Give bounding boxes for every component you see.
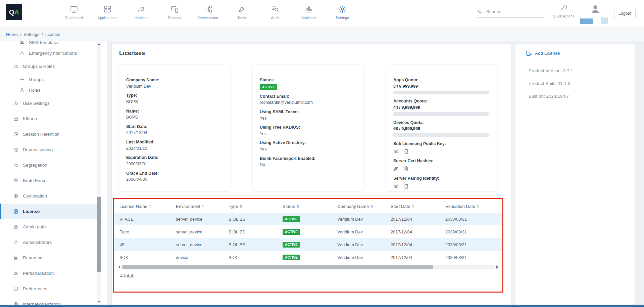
breadcrumb-home[interactable]: Home (6, 32, 18, 37)
annotation-highlight-licenses-table: License Name⇅ Environment⇅ Type⇅ Status⇅… (113, 198, 503, 293)
sidebar-item-internationalization[interactable]: Internationalization (0, 296, 97, 305)
user-avatar[interactable] (590, 3, 601, 15)
breadcrumb-settings[interactable]: Settings (23, 32, 39, 37)
nav-item-devices[interactable]: Devices (158, 3, 191, 20)
table-row-face[interactable]: Face server, device BIOLIBS ACTIVE Verid… (114, 225, 502, 238)
nav-item-statistics[interactable]: Statistics (292, 3, 326, 20)
scrollbar-track[interactable] (121, 265, 495, 269)
sidebar-item-sms-templates[interactable]: SMS templates (0, 41, 97, 48)
eye-off-icon[interactable] (393, 166, 399, 172)
column-header-expiration-date[interactable]: Expiration Date⇅ (445, 204, 502, 209)
sidebar-item-deprovisioning[interactable]: Deprovisioning (0, 142, 97, 157)
breadcrumb: Home / Settings / License (0, 28, 644, 41)
sidebar-item-personalisation[interactable]: Personalisation (0, 265, 97, 281)
globe-icon (13, 193, 18, 199)
cell-environment: server, device (176, 229, 229, 234)
top-navigation-bar: QA Dashboard Applications Identities Dev… (0, 0, 644, 28)
nav-item-audit[interactable]: Audit (258, 3, 292, 20)
sidebar-item-groups-roles[interactable]: Groups & Roles (0, 58, 97, 74)
sidebar-item-geolocation[interactable]: Geolocation (0, 188, 97, 204)
sidebar-item-license[interactable]: License (0, 204, 97, 219)
sidebar-item-segregation[interactable]: Segregation (0, 157, 97, 173)
sidebar-item-reporting[interactable]: Reporting (0, 250, 97, 265)
field-value: BOPS (126, 99, 222, 105)
sidebar-item-brute-force[interactable]: Brute Force (0, 173, 97, 188)
logout-button[interactable]: Logout (614, 9, 636, 18)
table-row-sdk[interactable]: SDK device SDK ACTIVE Veridium Dev 2017/… (114, 251, 502, 264)
cell-company-name: Veridium Dev (337, 217, 391, 222)
sidebar-item-preferences[interactable]: Preferences (0, 281, 97, 296)
scroll-up-arrow-icon[interactable] (98, 43, 100, 45)
sidebar-item-roles[interactable]: Roles (0, 85, 97, 95)
nav-item-identities[interactable]: Identities (124, 3, 158, 20)
license-summary-cards: Company Name:Veridium Dev Type:BOPS Name… (119, 65, 497, 191)
clipboard-icon[interactable] (403, 183, 409, 189)
cell-type: BIOLIBS (229, 242, 283, 247)
table-row-4f[interactable]: 4F server, device BIOLIBS ACTIVE Veridiu… (114, 238, 502, 251)
bar-chart-icon (305, 5, 313, 13)
column-header-license-name[interactable]: License Name⇅ (119, 204, 176, 209)
flow-icon (204, 5, 212, 13)
scroll-down-arrow-icon[interactable] (98, 301, 100, 303)
nav-item-label: Devices (168, 16, 181, 20)
cell-expiration-date: 2030/03/31 (445, 229, 502, 234)
field-value: Veridium Dev (126, 84, 222, 89)
license-actions-panel: Add License Product Version: 3.7.1 Produ… (515, 44, 635, 305)
eye-off-icon[interactable] (393, 148, 399, 154)
search-input[interactable] (486, 9, 538, 14)
column-header-status[interactable]: Status⇅ (283, 204, 337, 209)
cell-license-name: SDK (119, 255, 176, 260)
column-header-start-date[interactable]: Start Date⇅ (391, 204, 445, 209)
logo-letter-q: Q (9, 8, 14, 16)
scroll-left-arrow-icon[interactable] (118, 265, 120, 269)
sidebar-item-emergency-notifications[interactable]: Emergency notifications (0, 48, 97, 58)
sidebar-item-groups[interactable]: Groups (0, 74, 97, 85)
sliders-icon (13, 271, 18, 276)
sidebar-item-label: License (23, 209, 40, 214)
table-row-vface[interactable]: VFACE server, device BIOLIBS ACTIVE Veri… (114, 213, 502, 225)
field-label: Grace End Date: (126, 171, 222, 176)
cell-environment: device (176, 255, 229, 260)
cell-type: BIOLIBS (229, 229, 283, 234)
sidebar-item-kibana[interactable]: Kibana (0, 111, 97, 126)
column-header-type[interactable]: Type⇅ (229, 204, 283, 209)
nav-item-settings[interactable]: Settings (326, 3, 359, 20)
gear-icon (338, 5, 347, 13)
column-header-environment[interactable]: Environment⇅ (176, 204, 229, 209)
quick-actions-label: Quick Actions (553, 14, 574, 18)
license-quota-card: Apps Quota: 3 / 9,999,999 Accounts Quota… (386, 65, 497, 191)
message-icon (19, 41, 24, 45)
scroll-right-arrow-icon[interactable] (496, 265, 498, 269)
sidebar-item-uba-settings[interactable]: UBA Settings (0, 95, 97, 111)
sidebar-item-admin-auth[interactable]: Admin auth (0, 219, 97, 234)
nav-item-tools[interactable]: Tools (225, 3, 258, 20)
quick-actions-button[interactable]: Quick Actions (551, 4, 576, 18)
column-header-company-name[interactable]: Company Name⇅ (337, 204, 391, 209)
page-title: Licenses (119, 50, 145, 57)
global-search (477, 9, 544, 18)
sidebar-item-label: Preferences (23, 286, 47, 291)
qa-logo[interactable]: QA (6, 4, 22, 20)
cell-license-name: VFACE (119, 217, 176, 222)
scrollbar-thumb[interactable] (122, 265, 433, 269)
quota-value: 68 / 9,999,999 (393, 126, 489, 132)
cell-company-name: Veridium Dev (337, 229, 391, 234)
add-license-button[interactable]: Add License (526, 50, 560, 56)
sidebar-scrollbar (97, 41, 101, 305)
sidebar-item-administrators[interactable]: Administrators (0, 234, 97, 250)
clipboard-icon[interactable] (403, 148, 409, 154)
nav-item-orchestrator[interactable]: Orchestrator (191, 3, 225, 20)
eye-off-icon[interactable] (393, 183, 399, 189)
chart-icon (13, 116, 18, 121)
field-label: Sub Licensing Public Key: (393, 141, 489, 147)
search-icon[interactable] (477, 9, 483, 14)
sort-icon: ⇅ (370, 205, 373, 208)
nav-item-dashboard[interactable]: Dashboard (57, 3, 91, 20)
nav-item-applications[interactable]: Applications (91, 3, 124, 20)
certificate-icon (13, 209, 18, 214)
quota-progress-bar (393, 133, 489, 137)
sort-icon: ⇅ (202, 205, 205, 208)
sidebar-item-session-retention[interactable]: Session Retention (0, 126, 97, 142)
sidebar-scrollbar-thumb[interactable] (97, 197, 101, 272)
clipboard-icon[interactable] (403, 166, 409, 172)
